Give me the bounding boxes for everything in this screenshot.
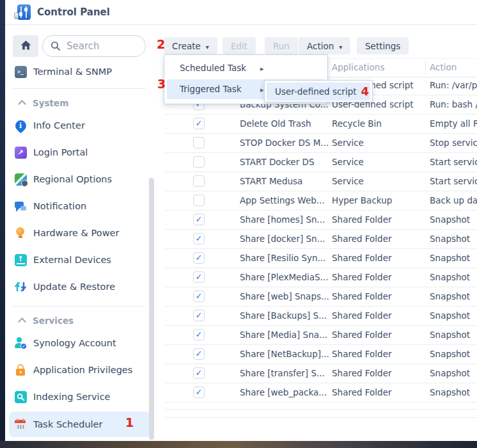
table-row[interactable]: Share [NetBackup]...Shared FolderSnapsho…: [165, 345, 477, 364]
task-name: Share [Resilio Syn...: [240, 249, 331, 267]
checkbox-checked[interactable]: [193, 310, 205, 321]
checkbox-checked[interactable]: [193, 252, 205, 264]
sidebar-section-system[interactable]: System: [5, 94, 157, 112]
control-panel-window: Control Panel Search >_Terminal & SNMPSy…: [5, 0, 477, 442]
action-button[interactable]: Action: [299, 37, 350, 54]
task-application: Shared Folder: [332, 230, 428, 248]
checkbox-checked[interactable]: [193, 348, 205, 360]
table-row[interactable]: Share [Media] Sna...Shared FolderSnapsho…: [165, 326, 477, 345]
sidebar-item-label: Update & Restore: [33, 282, 115, 292]
task-action: Snapshot: [430, 326, 477, 344]
checkbox-checked[interactable]: [193, 214, 205, 225]
checkbox-unchecked[interactable]: [193, 195, 205, 206]
sidebar-item-label: Hardware & Power: [33, 228, 119, 238]
sidebar-item-label: Terminal & SNMP: [33, 67, 112, 77]
table-row[interactable]: Share [Resilio Syn...Shared FolderSnapsh…: [165, 249, 477, 268]
sidebar-item-label: Info Center: [33, 120, 85, 131]
task-application: Shared Folder: [332, 307, 428, 324]
titlebar: Control Panel: [5, 0, 477, 25]
table-row[interactable]: Share [docker] Sn...Shared FolderSnapsho…: [165, 230, 477, 249]
sidebar-item-application-privileges[interactable]: Application Privileges: [5, 356, 157, 383]
task-application: Shared Folder: [332, 249, 428, 267]
menu-item-label: Triggered Task: [180, 84, 242, 94]
sidebar-item-terminal-snmp[interactable]: >_Terminal & SNMP: [5, 61, 157, 83]
sidebar-item-update-restore[interactable]: Update & Restore: [5, 273, 157, 300]
menu-item-user-defined-script[interactable]: User-defined script 4: [267, 83, 370, 100]
checkbox-unchecked[interactable]: [193, 137, 205, 148]
settings-button[interactable]: Settings: [357, 37, 409, 54]
task-name: Share [Media] Sna...: [240, 326, 331, 344]
checkbox-checked[interactable]: [193, 387, 205, 398]
table-row[interactable]: Delete Old TrashRecycle BinEmpty all R: [165, 115, 477, 134]
table-end-line: [165, 417, 477, 418]
table-row[interactable]: Share [PlexMediaS...Shared FolderSnapsho…: [165, 268, 477, 287]
checkbox-checked[interactable]: [193, 118, 205, 129]
task-name: START Docker DS: [240, 153, 331, 171]
notification-icon: [14, 200, 27, 212]
checkbox-checked[interactable]: [193, 329, 205, 340]
task-application: Shared Folder: [332, 268, 428, 286]
task-application: Shared Folder: [332, 326, 428, 344]
column-header-action[interactable]: Action: [430, 59, 457, 76]
table-row[interactable]: App Settings Web...Hyper BackupBack up d…: [165, 191, 477, 211]
task-name: Share [NetBackup]...: [240, 345, 331, 363]
sidebar-item-external-devices[interactable]: ↑External Devices: [5, 246, 157, 273]
create-button[interactable]: Create: [164, 37, 217, 54]
task-action: Snapshot: [430, 383, 477, 401]
table-row[interactable]: Share [homes] Sn...Shared FolderSnapshot: [165, 211, 477, 230]
sidebar-divider: [13, 88, 146, 89]
task-application: Hyper Backup: [332, 191, 428, 209]
checkbox-checked[interactable]: [193, 271, 205, 283]
checkbox-unchecked[interactable]: [193, 156, 205, 168]
table-row[interactable]: Share [transfer] S...Shared FolderSnapsh…: [165, 364, 477, 383]
task-action: Snapshot: [430, 268, 477, 286]
task-name: App Settings Web...: [240, 191, 331, 209]
update-restore-icon: [14, 280, 27, 293]
sidebar-item-synology-account[interactable]: ✓Synology Account: [5, 330, 157, 356]
sidebar-item-info-center[interactable]: iInfo Center: [5, 112, 157, 139]
task-action: Start servic: [430, 153, 477, 171]
chevron-up-icon: [18, 100, 26, 108]
sidebar-item-notification[interactable]: Notification: [5, 193, 157, 220]
search-input[interactable]: Search: [42, 35, 146, 57]
sidebar-item-label: Login Portal: [33, 147, 88, 157]
checkbox-unchecked[interactable]: [193, 175, 205, 187]
table-row[interactable]: Share [Backups] S...Shared FolderSnapsho…: [165, 307, 477, 326]
task-action: Run: bash /: [430, 95, 477, 113]
sidebar-scrollbar[interactable]: [149, 178, 154, 440]
sidebar-item-label: Synology Account: [33, 338, 116, 348]
task-application: Shared Folder: [332, 287, 428, 305]
table-row[interactable]: STOP Docker DS M...ServiceStop servic: [165, 134, 477, 153]
submenu-arrow-icon: [260, 79, 264, 100]
chevron-up-icon: [18, 317, 26, 326]
sidebar-item-regional-options[interactable]: Regional Options: [5, 166, 157, 193]
caret-down-icon: [334, 41, 342, 51]
sidebar-item-task-scheduler[interactable]: Task Scheduler1: [9, 412, 150, 437]
table-row[interactable]: START Docker DSServiceStart servic: [165, 153, 477, 172]
sidebar-item-login-portal[interactable]: ↗Login Portal: [5, 139, 157, 166]
table-row[interactable]: Share [web] Snaps...Shared FolderSnapsho…: [165, 287, 477, 307]
synology-account-icon: ✓: [14, 337, 27, 349]
task-application: Shared Folder: [332, 364, 428, 382]
sidebar-item-label: Regional Options: [33, 174, 112, 184]
task-action: Snapshot: [430, 287, 477, 305]
sidebar-item-label: Notification: [33, 201, 86, 211]
menu-item-scheduled-task[interactable]: Scheduled Task: [167, 58, 325, 78]
submenu-arrow-icon: [260, 58, 264, 79]
home-button[interactable]: [13, 35, 38, 57]
create-submenu: User-defined script 4: [264, 80, 373, 102]
task-action: Snapshot: [430, 307, 477, 324]
table-row[interactable]: Share [web_packa...Shared FolderSnapshot: [165, 383, 477, 403]
sidebar-section-services[interactable]: Services: [5, 312, 157, 330]
sidebar-item-hardware-power[interactable]: Hardware & Power: [5, 220, 157, 246]
button-label: Action: [307, 41, 334, 51]
task-name: Share [PlexMediaS...: [240, 268, 331, 286]
button-label: Settings: [365, 41, 400, 51]
checkbox-checked[interactable]: [193, 367, 205, 379]
sidebar-item-indexing-service[interactable]: Indexing Service: [5, 383, 157, 410]
task-name: STOP Docker DS M...: [240, 134, 331, 152]
column-header-applications[interactable]: Applications: [332, 59, 384, 76]
table-row[interactable]: START MedusaServiceStart servic: [165, 172, 477, 191]
checkbox-checked[interactable]: [193, 233, 205, 244]
checkbox-checked[interactable]: [193, 291, 205, 302]
